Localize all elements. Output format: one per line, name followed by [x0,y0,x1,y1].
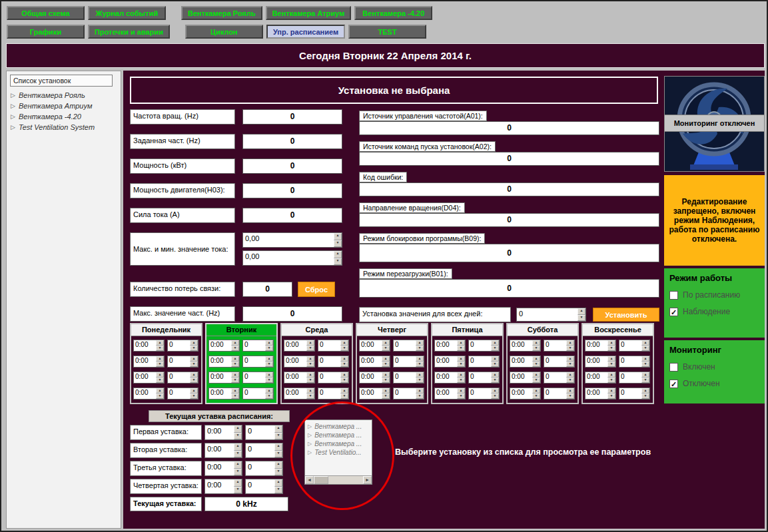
spinner-up-icon[interactable]: ▲ [234,479,242,487]
day-time-spinner[interactable]: 0:00▲▼ [434,356,466,368]
day-value-spinner[interactable]: 0▲▼ [468,340,500,352]
spinner-down-icon[interactable]: ▼ [340,394,348,399]
day-value-spinner[interactable]: 0▲▼ [242,340,274,352]
checkbox-unchecked-icon[interactable] [669,291,678,300]
spinner-down-icon[interactable]: ▼ [457,394,465,399]
day-value-spinner[interactable]: 0▲▼ [544,388,575,399]
spinner-up-icon[interactable]: ▲ [532,372,540,378]
toolbar-button[interactable]: Общая схема [7,6,85,20]
spinner-down-icon[interactable]: ▼ [334,240,342,248]
spinner-up-icon[interactable]: ▲ [265,340,273,346]
spinner-up-icon[interactable]: ▲ [577,308,585,315]
tree-expand-icon[interactable]: ▷ [11,92,15,99]
spinner-down-icon[interactable]: ▼ [306,346,314,351]
spinner-down-icon[interactable]: ▼ [306,362,314,367]
spinner-up-icon[interactable]: ▲ [566,388,574,394]
installation-tree-item[interactable]: ▷Венткамера -4.20 [7,111,121,122]
day-time-spinner[interactable]: 0:00▲▼ [133,388,165,399]
spinner-down-icon[interactable]: ▼ [234,451,242,458]
spinner-up-icon[interactable]: ▲ [457,372,465,378]
day-value-spinner[interactable]: 0▲▼ [242,356,274,368]
day-value-spinner[interactable]: 0▲▼ [544,340,575,352]
scroll-left-icon[interactable]: ◄ [305,476,314,484]
day-value-spinner[interactable]: 0▲▼ [393,372,424,384]
day-time-spinner[interactable]: 0:00▲▼ [133,356,165,368]
spinner-down-icon[interactable]: ▼ [306,378,314,383]
spinner-up-icon[interactable]: ▲ [641,388,649,394]
schedule-value-spinner[interactable]: 0▲▼ [245,443,283,458]
spinner-up-icon[interactable]: ▲ [334,233,342,240]
installation-mini-list[interactable]: ▷Венткамера ...▷Венткамера ...▷Венткамер… [304,419,372,485]
spinner-up-icon[interactable]: ▲ [532,340,540,346]
reset-button[interactable]: Сброс [298,282,335,297]
spinner-down-icon[interactable]: ▼ [607,362,615,367]
spinner-down-icon[interactable]: ▼ [382,378,390,383]
day-value-spinner[interactable]: 0▲▼ [318,356,349,368]
spinner-down-icon[interactable]: ▼ [641,362,649,367]
spinner-down-icon[interactable]: ▼ [156,378,164,383]
mini-list-item[interactable]: ▷Венткамера ... [305,431,372,439]
day-time-spinner[interactable]: 0:00▲▼ [284,356,315,368]
spinner-down-icon[interactable]: ▼ [532,346,540,351]
spinner-up-icon[interactable]: ▲ [156,372,164,378]
day-time-spinner[interactable]: 0:00▲▼ [510,388,541,399]
tree-expand-icon[interactable]: ▷ [308,423,312,429]
day-time-spinner[interactable]: 0:00▲▼ [133,340,165,352]
spinner-down-icon[interactable]: ▼ [532,394,540,399]
spinner-up-icon[interactable]: ▲ [340,388,348,394]
day-value-spinner[interactable]: 0▲▼ [393,388,424,399]
spinner-up-icon[interactable]: ▲ [190,388,198,394]
installation-tree-item[interactable]: ▷Test Ventilation System [7,122,121,133]
checkbox-checked-icon[interactable]: ✓ [669,380,678,388]
spinner-down-icon[interactable]: ▼ [416,394,424,399]
day-value-spinner[interactable]: 0▲▼ [619,372,650,384]
spinner-down-icon[interactable]: ▼ [231,346,239,351]
checkbox-option[interactable]: По расписанию [669,290,759,300]
day-value-spinner[interactable]: 0▲▼ [167,340,198,352]
toolbar-button[interactable]: Венткамера Рояль [181,6,262,20]
spinner-up-icon[interactable]: ▲ [234,461,242,469]
spinner-up-icon[interactable]: ▲ [190,340,198,346]
checkbox-unchecked-icon[interactable] [669,363,678,372]
spinner-up-icon[interactable]: ▲ [491,372,499,378]
spinner-up-icon[interactable]: ▲ [641,356,649,362]
schedule-value-spinner[interactable]: 0▲▼ [245,479,283,494]
day-value-spinner[interactable]: 0▲▼ [318,372,349,384]
spinner-down-icon[interactable]: ▼ [566,394,574,399]
day-time-spinner[interactable]: 0:00▲▼ [208,372,240,384]
spinner-up-icon[interactable]: ▲ [234,443,242,451]
day-value-spinner[interactable]: 0▲▼ [318,340,349,352]
spinner-down-icon[interactable]: ▼ [577,315,585,322]
toolbar-button[interactable]: Графики [7,25,85,39]
toolbar-button[interactable]: Венткамера -4.20 [354,6,432,20]
spinner-down-icon[interactable]: ▼ [457,362,465,367]
day-value-spinner[interactable]: 0▲▼ [619,356,650,368]
spinner-up-icon[interactable]: ▲ [306,372,314,378]
spinner-down-icon[interactable]: ▼ [382,362,390,367]
tree-expand-icon[interactable]: ▷ [11,124,15,131]
day-time-spinner[interactable]: 0:00▲▼ [510,356,541,368]
toolbar-button[interactable]: Журнал событий [88,6,166,20]
day-value-spinner[interactable]: 0▲▼ [167,356,198,368]
mini-list-item[interactable]: ▷Test Ventilatio... [305,448,372,457]
spinner-up-icon[interactable]: ▲ [566,340,574,346]
spinner-up-icon[interactable]: ▲ [231,340,239,346]
spinner-up-icon[interactable]: ▲ [265,388,273,394]
spinner-up-icon[interactable]: ▲ [607,356,615,362]
spinner-up-icon[interactable]: ▲ [607,388,615,394]
all-days-spinner[interactable]: 0▲▼ [516,308,586,322]
spinner-down-icon[interactable]: ▼ [234,469,242,476]
day-time-spinner[interactable]: 0:00▲▼ [359,372,390,384]
spinner-down-icon[interactable]: ▼ [306,394,314,399]
day-value-spinner[interactable]: 0▲▼ [544,372,575,384]
day-time-spinner[interactable]: 0:00▲▼ [510,372,541,384]
schedule-time-spinner[interactable]: 0:00▲▼ [204,461,242,476]
day-time-spinner[interactable]: 0:00▲▼ [585,388,616,399]
spinner-up-icon[interactable]: ▲ [641,340,649,346]
day-time-spinner[interactable]: 0:00▲▼ [434,340,466,352]
day-time-spinner[interactable]: 0:00▲▼ [585,356,616,368]
horizontal-scrollbar[interactable]: ◄► [305,475,372,484]
spinner-up-icon[interactable]: ▲ [641,372,649,378]
spinner-up-icon[interactable]: ▲ [190,356,198,362]
day-time-spinner[interactable]: 0:00▲▼ [359,340,390,352]
